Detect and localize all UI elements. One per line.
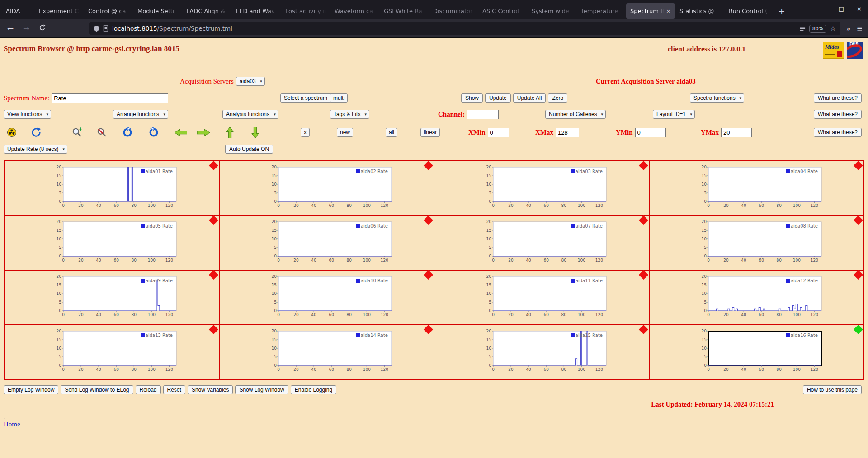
gallery-marker-icon[interactable] [208,161,218,170]
gallery-cell[interactable]: 05101520020406080100120aida12 Rate [649,270,864,325]
reload-icon[interactable] [37,24,47,33]
zoom-out-magnifier-icon[interactable] [96,127,107,138]
linear-button[interactable]: linear [420,128,440,137]
analysis-functions-select[interactable]: Analysis functions [222,110,278,119]
gallery-cell[interactable]: 05101520020406080100120aida03 Rate [434,161,649,215]
gallery-cell[interactable]: 05101520020406080100120aida07 Rate [434,215,649,270]
url-bar[interactable]: localhost:8015/Spectrum/Spectrum.tml 80%… [89,22,840,35]
gallery-marker-icon[interactable] [854,270,863,280]
close-icon[interactable]: × [857,5,862,12]
gallery-cell[interactable]: 05101520020406080100120aida05 Rate [4,215,219,270]
arrow-up-icon[interactable] [226,127,234,138]
gallery-marker-icon[interactable] [424,325,433,334]
browser-tab[interactable]: FADC Align & [183,3,231,19]
new-button[interactable]: new [337,128,353,137]
bookmark-star-icon[interactable]: ☆ [830,25,836,32]
gallery-cell[interactable]: 05101520020406080100120aida11 Rate [434,270,649,325]
new-tab-button[interactable]: + [775,4,788,18]
update-all-button[interactable]: Update All [513,93,546,103]
zoom-in-magnifier-icon[interactable]: + [71,127,82,138]
update-rate-select[interactable]: Update Rate (8 secs) [4,145,67,154]
what-are-these-button-1[interactable]: What are these? [814,93,862,103]
zoom-level-badge[interactable]: 80% [809,25,826,33]
gallery-marker-icon[interactable] [854,161,863,170]
shield-icon[interactable] [94,25,99,32]
ymax-input[interactable] [721,128,752,137]
zero-button[interactable]: Zero [548,93,567,103]
spectra-functions-select[interactable]: Spectra functions [690,93,744,103]
gallery-cell[interactable]: 05101520020406080100120aida09 Rate [4,270,219,325]
browser-tab[interactable]: Spectrum B× [626,3,675,19]
gallery-marker-icon[interactable] [208,215,218,225]
spectrum-name-input[interactable] [52,93,168,103]
rotate-ccw-icon[interactable] [148,127,159,138]
multi-button[interactable]: multi [330,93,348,103]
gallery-cell[interactable]: 05101520020406080100120aida13 Rate [4,325,219,379]
auto-update-button[interactable]: Auto Update ON [225,145,273,154]
gallery-marker-icon[interactable] [638,270,648,280]
refresh-icon[interactable] [31,127,42,138]
browser-tab[interactable]: LED and Wav [232,3,281,19]
gallery-cell[interactable]: 05101520020406080100120aida16 Rate [649,325,864,379]
browser-tab[interactable]: AIDA [2,3,34,19]
gallery-cell[interactable]: 05101520020406080100120aida02 Rate [219,161,434,215]
xmax-input[interactable] [556,128,579,137]
browser-tab[interactable]: Module Setti [133,3,182,19]
browser-tab[interactable]: Waveform ca [330,3,379,19]
footer-button[interactable]: Reset [163,385,185,394]
footer-button[interactable]: Show Log Window [235,385,288,394]
browser-tab[interactable]: Lost activity n [281,3,330,19]
update-button[interactable]: Update [485,93,511,103]
how-to-use-button[interactable]: How to use this page [803,385,862,394]
arrow-down-icon[interactable] [251,127,259,138]
tab-close-icon[interactable]: × [666,8,671,14]
gallery-cell[interactable]: 05101520020406080100120aida01 Rate [4,161,219,215]
x-button[interactable]: x [301,128,310,137]
forward-icon[interactable]: → [21,24,31,33]
browser-tab[interactable]: GSI White Ra [380,3,429,19]
browser-tab[interactable]: Temperature [577,3,626,19]
minimize-icon[interactable]: – [823,5,826,12]
browser-tab[interactable]: Statistics @ [675,3,724,19]
site-info-icon[interactable] [103,25,108,32]
toolbar-overflow-icon[interactable]: » [846,24,851,33]
gallery-cell[interactable]: 05101520020406080100120aida06 Rate [219,215,434,270]
gallery-cell[interactable]: 05101520020406080100120aida08 Rate [649,215,864,270]
gallery-marker-icon[interactable] [638,161,648,170]
show-button[interactable]: Show [461,93,483,103]
number-of-galleries-select[interactable]: Number of Galleries [545,110,606,119]
gallery-cell[interactable]: 05101520020406080100120aida04 Rate [649,161,864,215]
arrange-functions-select[interactable]: Arrange functions [113,110,168,119]
gallery-cell[interactable]: 05101520020406080100120aida10 Rate [219,270,434,325]
maximize-icon[interactable]: □ [839,5,844,12]
gallery-cell[interactable]: 05101520020406080100120aida14 Rate [219,325,434,379]
channel-input[interactable] [467,110,499,119]
browser-tab[interactable]: ASIC Control [478,3,527,19]
footer-button[interactable]: Send Log Window to ELog [61,385,133,394]
gallery-marker-icon[interactable] [208,325,218,334]
view-functions-select[interactable]: View functions [4,110,51,119]
gallery-marker-icon[interactable] [424,270,433,280]
arrow-left-icon[interactable] [175,129,187,136]
browser-tab[interactable]: Discriminator [429,3,478,19]
arrow-right-icon[interactable] [197,129,210,136]
ymin-input[interactable] [635,128,666,137]
footer-button[interactable]: Enable Logging [291,385,336,394]
gallery-marker-icon[interactable] [424,161,433,170]
menu-icon[interactable]: ≡ [857,24,863,33]
reader-mode-icon[interactable] [800,26,806,32]
footer-button[interactable]: Empty Log Window [4,385,58,394]
what-are-these-button-2[interactable]: What are these? [814,110,862,119]
browser-tab[interactable]: Experiment C [35,3,84,19]
gallery-marker-icon[interactable] [854,215,863,225]
back-icon[interactable]: ← [5,24,15,33]
rotate-cw-icon[interactable] [122,127,133,138]
layout-id-select[interactable]: Layout ID=1 [653,110,695,119]
xmin-input[interactable] [488,128,509,137]
gallery-marker-icon[interactable] [854,325,863,334]
all-button[interactable]: all [386,128,397,137]
what-are-these-button-3[interactable]: What are these? [814,128,862,137]
footer-button[interactable]: Reload [136,385,161,394]
browser-tab[interactable]: Control @ ca [84,3,133,19]
browser-tab[interactable]: Run Control ( [725,3,774,19]
